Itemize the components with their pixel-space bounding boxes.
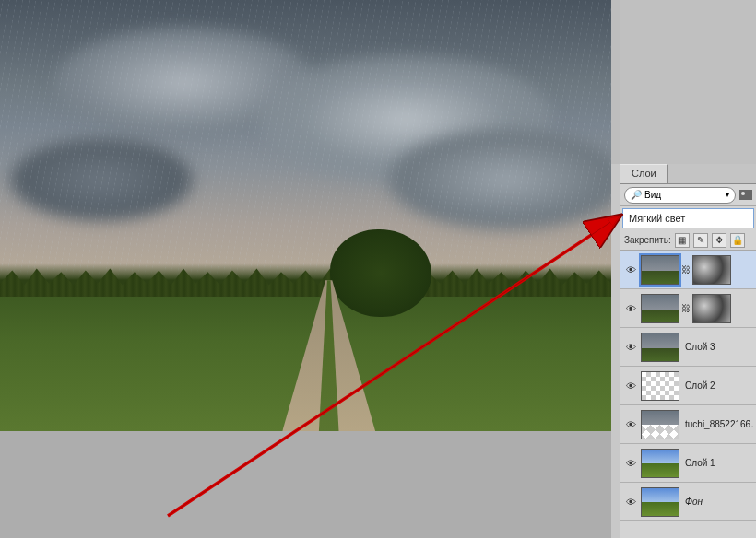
filter-row: 🔎 Вид ▾ xyxy=(620,184,756,206)
visibility-eye-icon[interactable]: 👁 xyxy=(622,455,639,472)
layer-filter-select[interactable]: 🔎 Вид ▾ xyxy=(624,187,736,204)
tab-layers[interactable]: Слои xyxy=(620,164,668,183)
link-icon[interactable]: ⛓ xyxy=(681,264,691,275)
layers-panel: Слои 🔎 Вид ▾ Мягкий свет Закрепить: ▦ ✎ … xyxy=(620,164,756,538)
layer-row[interactable]: 👁Фон xyxy=(620,483,756,521)
layer-thumbnail[interactable] xyxy=(641,410,679,439)
link-icon[interactable]: ⛓ xyxy=(681,303,691,313)
visibility-eye-icon[interactable]: 👁 xyxy=(622,300,639,317)
visibility-eye-icon[interactable]: 👁 xyxy=(622,378,639,394)
layer-thumbnail[interactable] xyxy=(641,449,679,478)
layer-name[interactable]: Слой 2 xyxy=(681,380,715,391)
canvas-area[interactable] xyxy=(0,0,611,538)
layer-mask-thumbnail[interactable] xyxy=(692,255,731,285)
lock-row: Закрепить: ▦ ✎ ✥ 🔒 xyxy=(620,230,756,251)
layer-row[interactable]: 👁tuchi_88522166… xyxy=(620,405,756,444)
visibility-eye-icon[interactable]: 👁 xyxy=(622,262,639,278)
layer-row[interactable]: 👁⛓ xyxy=(620,251,756,289)
filter-label: Вид xyxy=(644,190,661,200)
lock-pixels-button[interactable]: ✎ xyxy=(693,233,708,248)
filter-thumb-icon[interactable] xyxy=(739,190,752,200)
layer-thumbnail[interactable] xyxy=(641,333,679,362)
layers-list: 👁⛓👁⛓👁Слой 3👁Слой 2👁tuchi_88522166…👁Слой … xyxy=(620,251,756,538)
layer-row[interactable]: 👁Слой 3 xyxy=(620,328,756,367)
lock-label: Закрепить: xyxy=(624,235,671,245)
layer-row[interactable]: 👁Слой 2 xyxy=(620,367,756,405)
search-icon: 🔎 xyxy=(631,190,642,200)
layer-name[interactable]: Слой 1 xyxy=(681,458,715,468)
tab-bar: Слои xyxy=(620,164,756,184)
layer-name[interactable]: Фон xyxy=(681,497,703,507)
layer-thumbnail[interactable] xyxy=(641,371,679,401)
blend-mode-select[interactable]: Мягкий свет xyxy=(622,208,754,228)
panel-gap xyxy=(611,0,620,164)
layer-thumbnail[interactable] xyxy=(641,487,679,517)
visibility-eye-icon[interactable]: 👁 xyxy=(622,494,639,510)
layer-thumbnail[interactable] xyxy=(641,255,679,285)
visibility-eye-icon[interactable]: 👁 xyxy=(622,416,639,433)
layer-thumbnail[interactable] xyxy=(641,294,679,323)
lock-transparency-button[interactable]: ▦ xyxy=(675,233,690,248)
lock-all-button[interactable]: 🔒 xyxy=(730,233,745,248)
layer-name[interactable]: Слой 3 xyxy=(681,342,715,352)
visibility-eye-icon[interactable]: 👁 xyxy=(622,339,639,356)
layer-mask-thumbnail[interactable] xyxy=(692,294,731,323)
lock-position-button[interactable]: ✥ xyxy=(712,233,726,248)
layer-row[interactable]: 👁⛓ xyxy=(620,289,756,328)
canvas-image xyxy=(0,0,611,431)
layer-row[interactable]: 👁Слой 1 xyxy=(620,444,756,483)
panel-top-gap xyxy=(620,0,756,164)
blend-mode-value: Мягкий свет xyxy=(629,213,685,224)
chevron-down-icon: ▾ xyxy=(726,191,729,199)
layer-name[interactable]: tuchi_88522166… xyxy=(681,419,754,429)
